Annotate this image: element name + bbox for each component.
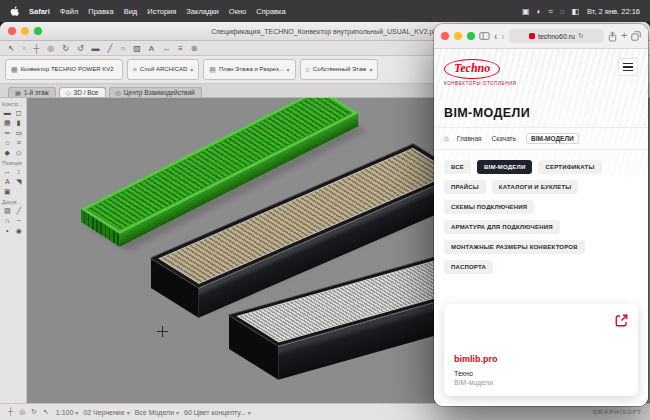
line-tool-icon[interactable]: ╱ [108, 44, 113, 53]
menubar-item[interactable]: Окно [229, 7, 246, 16]
new-tab-icon[interactable]: + [621, 31, 627, 41]
menubar-item[interactable]: Правка [88, 7, 113, 16]
forward-button[interactable]: › [501, 31, 504, 42]
pan-icon[interactable]: ┼ [8, 408, 13, 416]
orbit-icon[interactable]: ↻ [62, 44, 69, 53]
infobox-layer[interactable]: ≡ Слой ARCHICAD ▾ [127, 59, 200, 80]
search-icon[interactable]: ◌ [560, 7, 565, 16]
line-tool-icon[interactable]: ╱ [14, 206, 25, 215]
menubar-item[interactable]: История [147, 7, 176, 16]
circle-tool-icon[interactable]: ○ [120, 44, 125, 53]
marquee-tool-icon[interactable]: ▫ [23, 44, 26, 53]
tab-first-floor[interactable]: ▦ 1-й этаж [8, 87, 56, 97]
toolbox-section-position[interactable]: Позиция [0, 157, 26, 167]
menubar-clock[interactable]: Вт, 2 янв. 22:16 [587, 7, 640, 16]
filter-certificates[interactable]: СЕРТИФИКАТЫ [538, 160, 601, 174]
infobox-home-story[interactable]: ⌂ Собственный Этаж ▾ [300, 59, 379, 80]
layers-icon[interactable]: ≡ [178, 44, 183, 53]
menubar-item[interactable]: Справка [256, 7, 285, 16]
roof-tool-icon[interactable]: ⌂ [2, 138, 13, 147]
breadcrumb-home-link[interactable]: Главная [457, 135, 482, 142]
settings-icon[interactable]: ⊛ [191, 44, 198, 53]
arrow-tool-icon[interactable]: ↖ [8, 44, 15, 53]
scale-dropdown[interactable]: 1:100 ▾ [56, 409, 79, 416]
undo-icon[interactable]: ↺ [77, 44, 84, 53]
minimize-button[interactable] [21, 27, 29, 35]
label-tool-icon[interactable]: ◥ [14, 177, 25, 186]
minimize-button[interactable] [454, 32, 462, 40]
tab-interaction-center[interactable]: ◎ Центр Взаимодействий [109, 87, 202, 97]
address-bar[interactable]: techno60.ru ↻ [509, 29, 604, 43]
wifi-icon[interactable]: ≈ [548, 7, 552, 16]
graphic-override-dropdown[interactable]: 60 Цвет концепту... ▾ [184, 409, 251, 416]
level-dimension-tool-icon[interactable]: ↕ [14, 167, 25, 176]
morph-tool-icon[interactable]: ◇ [14, 148, 25, 157]
toolbox-section-construct[interactable]: Конструирование [0, 98, 26, 108]
door-tool-icon[interactable]: ◻ [14, 108, 25, 117]
sidebar-icon[interactable] [479, 32, 490, 40]
pan-icon[interactable]: ┼ [34, 44, 40, 53]
text-tool-icon[interactable]: A [149, 44, 154, 53]
point-tool-icon[interactable]: • [2, 226, 13, 235]
explore-icon[interactable]: ↖ [43, 408, 49, 416]
menubar-item[interactable]: Закладки [186, 7, 218, 16]
card-site-link[interactable]: bimlib.pro [454, 354, 628, 364]
home-icon[interactable]: ⌂ [444, 135, 449, 143]
wall-tool-icon[interactable]: ▬ [92, 44, 100, 53]
filter-mounting-sizes[interactable]: МОНТАЖНЫЕ РАЗМЕРЫ КОНВЕКТОРОВ [444, 240, 585, 254]
control-center-icon[interactable]: ◧ [572, 7, 580, 16]
tab-overview-icon[interactable] [631, 31, 641, 41]
object-tool-icon[interactable]: ◆ [2, 148, 13, 157]
breadcrumb-current[interactable]: BIM-МОДЕЛИ [526, 133, 579, 144]
toolbox-section-document[interactable]: Документирование [0, 196, 26, 206]
text-tool-icon[interactable]: A [2, 177, 13, 186]
zone-tool-icon[interactable]: ▣ [2, 187, 13, 196]
infobox-floor-plan-display[interactable]: ▤ План Этажа и Разрез... ▾ [203, 59, 295, 80]
zoom-icon[interactable]: ◎ [47, 44, 54, 53]
menubar-app-name[interactable]: Safari [29, 7, 50, 16]
zoom-fit-icon[interactable]: ◎ [19, 408, 25, 416]
tab-3d-all[interactable]: ◇ 3D / Все [59, 87, 106, 97]
arc-tool-icon[interactable]: ∩ [2, 216, 13, 225]
orbit-icon[interactable]: ↻ [31, 408, 37, 416]
display-icon[interactable]: ▣ [522, 7, 530, 16]
camera-tool-icon[interactable]: ◉ [14, 226, 25, 235]
infobox-selected-element[interactable]: ▦ Конвектор TECHNO POWER KV2 [5, 59, 123, 80]
filter-all[interactable]: ВСЕ [444, 160, 471, 174]
techno-logo[interactable]: Techno КОНВЕКТОРЫ ОТОПЛЕНИЯ [444, 58, 517, 86]
external-link-icon[interactable] [614, 313, 629, 328]
filter-prices[interactable]: ПРАЙСЫ [444, 180, 486, 194]
pen-set-dropdown[interactable]: 02 Черчение ▾ [83, 409, 129, 416]
filter-bim-models[interactable]: BIM-МОДЕЛИ [477, 160, 532, 174]
bimlib-card[interactable]: bimlib.pro Техно BIM-модели [444, 304, 638, 396]
back-button[interactable]: ‹ [494, 31, 497, 42]
stair-tool-icon[interactable]: ≡ [14, 138, 25, 147]
keyboard-brightness-icon[interactable]: ◐ [537, 7, 542, 16]
slab-tool-icon[interactable]: ▭ [14, 128, 25, 137]
column-tool-icon[interactable]: ▮ [14, 118, 25, 127]
window-tool-icon[interactable]: ▦ [2, 118, 13, 127]
filter-connection-fittings[interactable]: АРМАТУРА ДЛЯ ПОДКЛЮЧЕНИЯ [444, 220, 560, 234]
spline-tool-icon[interactable]: ~ [14, 216, 25, 225]
close-button[interactable] [441, 32, 449, 40]
close-button[interactable] [8, 27, 16, 35]
dimension-tool-icon[interactable]: ↔ [2, 167, 13, 176]
menubar-item[interactable]: Файл [60, 7, 78, 16]
filter-connection-schemes[interactable]: СХЕМЫ ПОДКЛЮЧЕНИЯ [444, 200, 534, 214]
fill-tool-icon[interactable]: ▨ [2, 206, 13, 215]
dimension-tool-icon[interactable]: ↔ [162, 44, 170, 53]
reload-icon[interactable]: ↻ [578, 32, 584, 40]
zoom-button[interactable] [467, 32, 475, 40]
zoom-button[interactable] [34, 27, 42, 35]
model-view-dropdown[interactable]: Все Модели ▾ [135, 409, 179, 416]
apple-menu[interactable] [10, 6, 19, 17]
share-icon[interactable] [608, 31, 617, 42]
wall-tool-icon[interactable]: ▬ [2, 108, 13, 117]
beam-tool-icon[interactable]: ═ [2, 128, 13, 137]
filter-catalogs[interactable]: КАТАЛОГИ И БУКЛЕТЫ [492, 180, 579, 194]
hamburger-menu-button[interactable] [618, 58, 638, 76]
menubar-item[interactable]: Вид [124, 7, 138, 16]
fill-tool-icon[interactable]: ▨ [133, 44, 141, 53]
filter-passports[interactable]: ПАСПОРТА [444, 260, 493, 274]
breadcrumb-download-link[interactable]: Скачать [492, 135, 516, 142]
